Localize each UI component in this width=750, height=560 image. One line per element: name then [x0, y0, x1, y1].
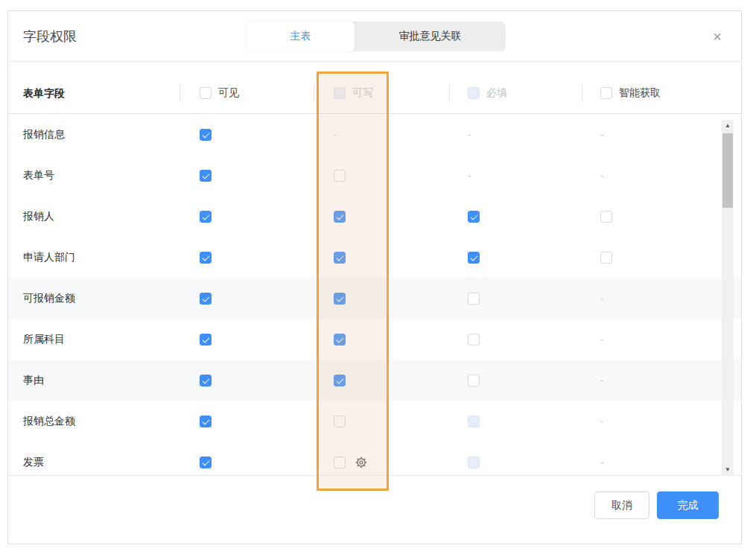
row-label: 报销总金额: [23, 401, 75, 442]
writable-checkbox[interactable]: [334, 416, 346, 427]
scrollbar-thumb[interactable]: [722, 133, 733, 208]
visible-checkbox[interactable]: [200, 129, 212, 141]
smart-fetch-dash: -: [600, 334, 603, 345]
cell-writable: [334, 278, 346, 319]
column-header-label: 智能获取: [619, 86, 661, 100]
required-checkbox: [468, 416, 480, 427]
smart-fetch-checkbox[interactable]: [600, 211, 612, 223]
col-required-checkbox: [468, 87, 480, 99]
required-checkbox[interactable]: [468, 334, 480, 346]
row-label: 表单号: [23, 155, 54, 196]
cell-required: [468, 360, 480, 401]
cell-smart-fetch: -: [600, 442, 603, 476]
visible-checkbox[interactable]: [200, 211, 212, 223]
column-header-visible: 可见: [200, 72, 239, 114]
cell-required: -: [468, 155, 471, 196]
cell-smart-fetch: -: [600, 114, 603, 155]
cancel-button[interactable]: 取消: [594, 491, 649, 519]
column-divider: [314, 84, 314, 102]
tab-main-table[interactable]: 主表: [247, 22, 355, 51]
table-row: 事由-: [8, 360, 741, 401]
smart-fetch-dash: -: [600, 416, 603, 427]
column-header-label: 可见: [218, 86, 239, 100]
smart-fetch-dash: -: [600, 170, 603, 181]
visible-checkbox[interactable]: [200, 252, 212, 264]
table-row: 表单号--: [8, 155, 741, 196]
cell-required: [468, 237, 480, 278]
cell-visible: [200, 196, 212, 237]
tab-group: 主表 审批意见关联: [247, 22, 506, 51]
cell-writable: [334, 401, 346, 442]
cell-smart-fetch: -: [600, 401, 603, 442]
writable-dash: -: [334, 129, 337, 140]
tab-approval-opinion[interactable]: 审批意见关联: [355, 22, 506, 51]
cell-required: [468, 401, 480, 442]
cell-visible: [200, 401, 212, 442]
required-dash: -: [468, 129, 471, 140]
row-label: 可报销金额: [23, 278, 75, 319]
gear-icon[interactable]: [355, 456, 367, 468]
cell-writable: [334, 196, 346, 237]
column-header-label: 可写: [352, 86, 373, 100]
cell-writable: [334, 155, 346, 196]
visible-checkbox[interactable]: [200, 375, 212, 386]
cell-smart-fetch: -: [600, 360, 603, 401]
field-column-header: 表单字段: [23, 72, 65, 114]
col-smart-fetch-checkbox[interactable]: [600, 87, 612, 99]
required-checkbox[interactable]: [468, 375, 480, 386]
smart-fetch-dash: -: [600, 293, 603, 304]
table-row: 申请人部门: [8, 237, 741, 278]
column-header-writable: 可写: [334, 72, 373, 114]
cell-writable: [334, 319, 346, 360]
column-header-label: 必填: [486, 86, 507, 100]
visible-checkbox[interactable]: [200, 293, 212, 305]
table-row: 可报销金额-: [8, 278, 741, 319]
cell-smart-fetch: [600, 237, 612, 278]
writable-checkbox[interactable]: [334, 252, 346, 264]
col-writable-checkbox: [334, 87, 346, 99]
visible-checkbox[interactable]: [200, 416, 212, 427]
dialog-header: 字段权限 主表 审批意见关联 ×: [8, 11, 741, 62]
writable-checkbox[interactable]: [334, 293, 346, 305]
visible-checkbox[interactable]: [200, 456, 212, 468]
dialog-title: 字段权限: [23, 11, 77, 62]
required-checkbox[interactable]: [468, 252, 480, 264]
row-label: 报销人: [23, 196, 54, 237]
scrollbar[interactable]: ▲ ▼: [722, 120, 734, 476]
row-label: 报销信息: [23, 114, 65, 155]
smart-fetch-dash: -: [600, 129, 603, 140]
writable-checkbox[interactable]: [334, 334, 346, 346]
cell-writable: [334, 237, 346, 278]
row-label: 发票: [23, 442, 44, 476]
cell-smart-fetch: [600, 196, 612, 237]
scroll-up-icon[interactable]: ▲: [722, 120, 734, 132]
table-row: 报销人: [8, 196, 741, 237]
smart-fetch-dash: -: [600, 375, 603, 386]
writable-checkbox[interactable]: [334, 375, 346, 386]
table-body: 报销信息---表单号--报销人申请人部门可报销金额-所属科目-事由-报销总金额-…: [8, 114, 741, 476]
required-checkbox[interactable]: [468, 211, 480, 223]
scroll-down-icon[interactable]: ▼: [722, 464, 734, 476]
table-header: 表单字段 可见可写必填智能获取: [8, 72, 741, 114]
required-checkbox[interactable]: [468, 293, 480, 305]
field-permission-dialog: 字段权限 主表 审批意见关联 × 表单字段 可见可写必填智能获取 报销信息---…: [7, 10, 742, 544]
cell-visible: [200, 442, 212, 476]
cell-required: [468, 278, 480, 319]
visible-checkbox[interactable]: [200, 170, 212, 182]
column-header-required: 必填: [468, 72, 507, 114]
column-divider: [449, 84, 450, 102]
smart-fetch-checkbox[interactable]: [600, 252, 612, 264]
writable-checkbox[interactable]: [334, 211, 346, 223]
close-icon[interactable]: ×: [710, 29, 725, 44]
confirm-button[interactable]: 完成: [657, 491, 719, 519]
writable-checkbox[interactable]: [334, 170, 346, 182]
row-label: 所属科目: [23, 319, 65, 360]
col-visible-checkbox[interactable]: [200, 87, 212, 99]
column-header-smart-fetch: 智能获取: [600, 72, 661, 114]
table-row: 报销信息---: [8, 114, 741, 155]
writable-checkbox[interactable]: [334, 456, 346, 468]
row-label: 事由: [23, 360, 44, 401]
table-row: 所属科目-: [8, 319, 741, 360]
visible-checkbox[interactable]: [200, 334, 212, 346]
required-dash: -: [468, 170, 471, 181]
